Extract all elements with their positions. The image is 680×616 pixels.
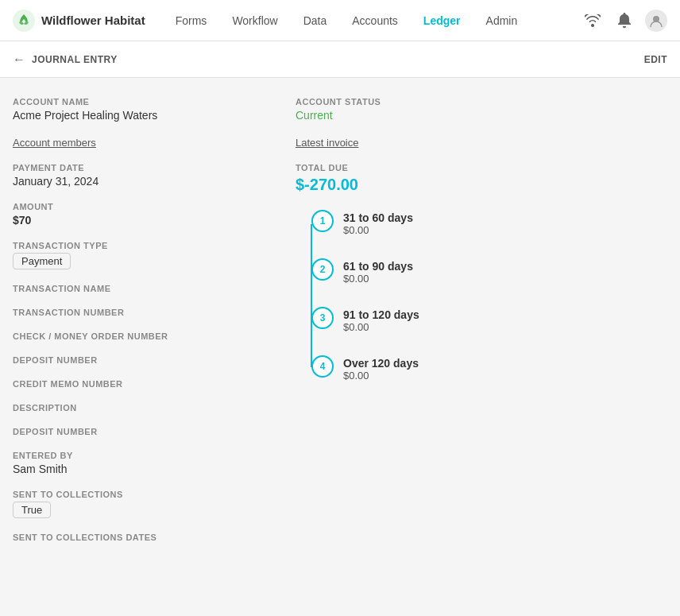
amount-value: $70	[13, 214, 257, 227]
aging-range: 91 to 120 days	[343, 308, 419, 321]
payment-date-value: January 31, 2024	[13, 175, 257, 188]
wifi-icon	[581, 10, 604, 32]
nav-ledger[interactable]: Ledger	[412, 10, 472, 32]
aging-range: 61 to 90 days	[343, 260, 413, 273]
credit-memo-label: CREDIT MEMO NUMBER	[13, 379, 257, 389]
avatar-icon[interactable]	[645, 10, 667, 32]
nav-icons	[581, 10, 667, 32]
sent-to-collections-value: True	[13, 502, 51, 518]
sent-to-collections-label: SENT TO COLLECTIONS	[13, 490, 257, 499]
aging-range: Over 120 days	[343, 357, 419, 370]
account-members-field: Account members	[13, 136, 257, 149]
aging-circle: 3	[311, 307, 334, 329]
aging-content: 91 to 120 days $0.00	[343, 307, 419, 333]
account-status-value: Current	[296, 109, 667, 122]
account-name-label: ACCOUNT NAME	[13, 97, 257, 107]
journal-entry-title: JOURNAL ENTRY	[32, 54, 118, 65]
brand-name: Wildflower Habitat	[41, 14, 145, 27]
aging-content: Over 120 days $0.00	[343, 355, 419, 382]
transaction-name-label: TRANSACTION NAME	[13, 284, 257, 293]
right-panel: ACCOUNT STATUS Current Latest invoice TO…	[283, 97, 667, 597]
entered-by-label: ENTERED BY	[13, 451, 257, 460]
sent-to-collections-dates-label: SENT TO COLLECTIONS DATES	[13, 533, 257, 542]
account-members-link[interactable]: Account members	[13, 137, 96, 149]
aging-circle: 4	[311, 355, 334, 378]
account-name-value: Acme Project Healing Waters	[13, 109, 257, 122]
bell-icon[interactable]	[613, 10, 636, 32]
aging-amount: $0.00	[343, 224, 413, 236]
total-due-label: TOTAL DUE	[296, 163, 667, 172]
aging-amount: $0.00	[343, 321, 419, 333]
account-status-field: ACCOUNT STATUS Current	[296, 97, 667, 122]
payment-date-label: PAYMENT DATE	[13, 163, 257, 172]
aging-timeline: 1 31 to 60 days $0.00 2 61 to 90 days $0…	[296, 210, 667, 382]
aging-range: 31 to 60 days	[343, 211, 413, 224]
svg-point-0	[13, 10, 35, 32]
check-money-order-label: CHECK / MONEY ORDER NUMBER	[13, 331, 257, 341]
journal-header-left: ← JOURNAL ENTRY	[13, 52, 118, 67]
nav-forms[interactable]: Forms	[164, 10, 218, 32]
transaction-type-value: Payment	[13, 253, 71, 269]
nav-accounts[interactable]: Accounts	[341, 10, 409, 32]
journal-entry-header: ← JOURNAL ENTRY EDIT	[0, 41, 680, 78]
sent-to-collections-field: SENT TO COLLECTIONS True	[13, 490, 257, 518]
check-money-order-field: CHECK / MONEY ORDER NUMBER	[13, 331, 257, 341]
aging-amount: $0.00	[343, 273, 413, 285]
description-field: DESCRIPTION	[13, 403, 257, 413]
aging-item: 1 31 to 60 days $0.00	[311, 210, 667, 236]
amount-field: AMOUNT $70	[13, 202, 257, 227]
nav-links: Forms Workflow Data Accounts Ledger Admi…	[164, 10, 575, 32]
transaction-type-field: TRANSACTION TYPE Payment	[13, 241, 257, 269]
transaction-number-label: TRANSACTION NUMBER	[13, 308, 257, 317]
aging-circle: 2	[311, 258, 334, 281]
total-due-value: $-270.00	[296, 176, 667, 194]
account-name-field: ACCOUNT NAME Acme Project Healing Waters	[13, 97, 257, 122]
deposit-number2-field: DEPOSIT NUMBER	[13, 427, 257, 436]
description-label: DESCRIPTION	[13, 403, 257, 413]
deposit-number-label: DEPOSIT NUMBER	[13, 355, 257, 365]
nav-admin[interactable]: Admin	[475, 10, 529, 32]
edit-button[interactable]: EDIT	[644, 54, 667, 65]
aging-item: 4 Over 120 days $0.00	[311, 355, 667, 382]
aging-amount: $0.00	[343, 370, 419, 382]
amount-label: AMOUNT	[13, 202, 257, 211]
transaction-name-field: TRANSACTION NAME	[13, 284, 257, 293]
aging-circle: 1	[311, 210, 334, 232]
deposit-number-field: DEPOSIT NUMBER	[13, 355, 257, 365]
main-content: ACCOUNT NAME Acme Project Healing Waters…	[0, 78, 680, 616]
credit-memo-field: CREDIT MEMO NUMBER	[13, 379, 257, 389]
left-panel: ACCOUNT NAME Acme Project Healing Waters…	[13, 97, 283, 597]
transaction-number-field: TRANSACTION NUMBER	[13, 308, 257, 317]
aging-content: 61 to 90 days $0.00	[343, 258, 413, 285]
latest-invoice-link[interactable]: Latest invoice	[296, 137, 359, 149]
aging-item: 2 61 to 90 days $0.00	[311, 258, 667, 285]
entered-by-field: ENTERED BY Sam Smith	[13, 451, 257, 475]
entered-by-value: Sam Smith	[13, 463, 257, 475]
aging-content: 31 to 60 days $0.00	[343, 210, 413, 236]
navbar: Wildflower Habitat Forms Workflow Data A…	[0, 0, 680, 41]
logo-icon	[13, 10, 35, 32]
nav-logo: Wildflower Habitat	[13, 10, 145, 32]
deposit-number2-label: DEPOSIT NUMBER	[13, 427, 257, 436]
aging-item: 3 91 to 120 days $0.00	[311, 307, 667, 333]
nav-workflow[interactable]: Workflow	[221, 10, 288, 32]
back-button[interactable]: ←	[13, 52, 25, 67]
transaction-type-label: TRANSACTION TYPE	[13, 241, 257, 250]
sent-to-collections-dates-field: SENT TO COLLECTIONS DATES	[13, 533, 257, 542]
aging-section: TOTAL DUE $-270.00 1 31 to 60 days $0.00…	[296, 163, 667, 382]
latest-invoice-field: Latest invoice	[296, 136, 667, 149]
nav-data[interactable]: Data	[292, 10, 338, 32]
payment-date-field: PAYMENT DATE January 31, 2024	[13, 163, 257, 188]
account-status-label: ACCOUNT STATUS	[296, 97, 667, 107]
